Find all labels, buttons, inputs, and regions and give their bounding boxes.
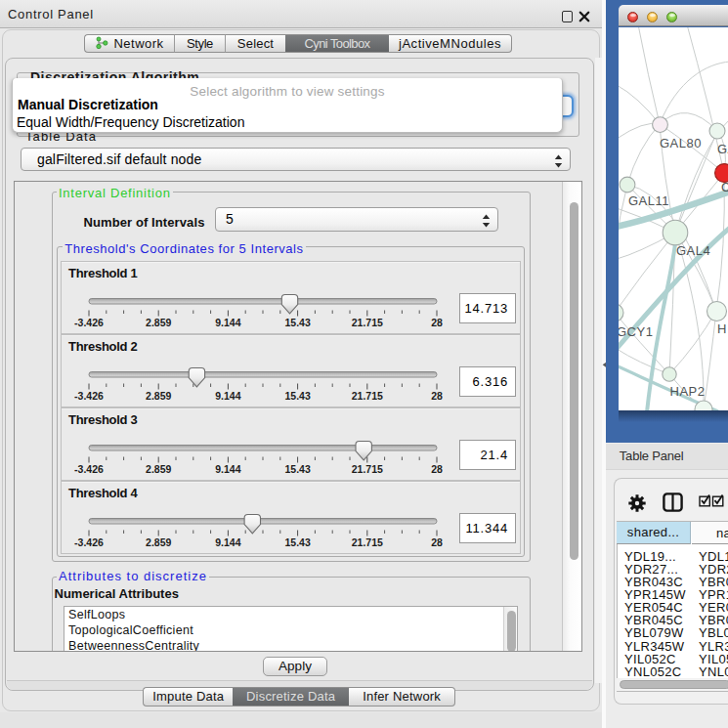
svg-text:2.859: 2.859 [146,390,171,402]
svg-text:C: C [721,180,728,194]
svg-text:2.859: 2.859 [146,317,171,328]
svg-text:15.43: 15.43 [284,390,310,402]
svg-text:28: 28 [431,536,443,548]
svg-text:9.144: 9.144 [215,317,240,328]
svg-text:GAL4: GAL4 [676,243,710,258]
svg-text:9.144: 9.144 [215,390,240,402]
svg-text:HAP2: HAP2 [670,384,706,399]
svg-text:21.715: 21.715 [352,536,383,548]
svg-text:21.715: 21.715 [352,317,383,328]
svg-text:21.715: 21.715 [352,463,383,475]
svg-text:-3.426: -3.426 [74,390,104,402]
svg-text:15.43: 15.43 [284,317,310,328]
svg-text:15.43: 15.43 [284,463,310,475]
svg-text:H: H [717,321,727,336]
svg-text:28: 28 [431,390,443,402]
svg-text:9.144: 9.144 [215,463,240,475]
svg-text:28: 28 [431,317,443,328]
svg-text:9.144: 9.144 [215,536,240,548]
svg-text:21.715: 21.715 [352,390,383,402]
svg-text:2.859: 2.859 [146,463,171,475]
svg-text:GAL11: GAL11 [628,193,669,208]
svg-text:-3.426: -3.426 [74,463,104,475]
svg-text:28: 28 [431,463,443,475]
svg-text:GAL80: GAL80 [660,136,702,150]
svg-text:GCY1: GCY1 [619,324,653,339]
svg-text:GA: GA [717,142,728,156]
svg-text:2.859: 2.859 [146,536,171,548]
svg-text:15.43: 15.43 [284,536,310,548]
svg-text:-3.426: -3.426 [74,536,104,548]
svg-text:-3.426: -3.426 [74,317,104,328]
